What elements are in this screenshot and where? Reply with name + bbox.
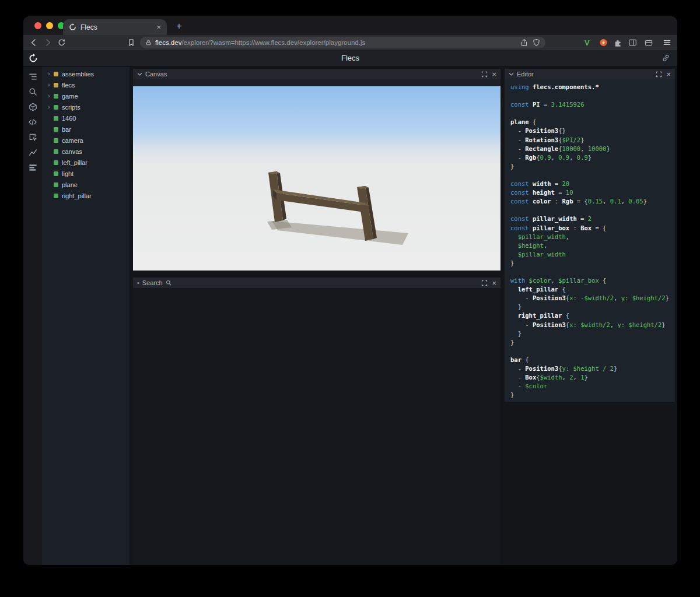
tree-item-right_pillar[interactable]: right_pillar <box>42 190 130 201</box>
editor-panel-header[interactable]: Editor × <box>505 69 675 79</box>
expand-icon <box>481 71 488 78</box>
wallet-icon <box>644 38 653 47</box>
url-text: flecs.dev/explorer/?wasm=https://www.fle… <box>155 39 520 46</box>
code-line: const PI = 3.1415926 <box>510 100 675 109</box>
entity-color-swatch <box>54 116 58 121</box>
browser-tab[interactable]: Flecs × <box>63 19 167 35</box>
wallet-button[interactable] <box>644 38 653 47</box>
tab-title: Flecs <box>80 23 156 31</box>
entity-color-swatch <box>54 72 58 76</box>
tree-item-label: assemblies <box>62 71 94 78</box>
code-line: } <box>510 329 675 338</box>
chevron-right-icon[interactable]: › <box>48 104 54 110</box>
search-panel-title: Search <box>142 279 163 286</box>
tab-strip: Flecs × + <box>23 16 677 35</box>
orange-extension-icon <box>599 38 608 47</box>
code-line: $height, <box>510 241 675 250</box>
sidebar-button[interactable] <box>628 38 637 47</box>
tree-view-icon <box>29 72 37 81</box>
code-editor[interactable]: using flecs.components.* const PI = 3.14… <box>505 79 675 402</box>
close-window-button[interactable] <box>34 22 41 29</box>
editor-panel-title: Editor <box>517 71 534 78</box>
url-bar[interactable]: flecs.dev/explorer/?wasm=https://www.fle… <box>140 37 545 48</box>
query-search-button[interactable] <box>28 87 37 96</box>
code-line: with $color, $pillar_box { <box>510 276 675 285</box>
editor-close-button[interactable]: × <box>666 71 671 78</box>
entity-color-swatch <box>54 171 58 176</box>
tree-item-1460[interactable]: 1460 <box>42 113 130 124</box>
puzzle-icon <box>614 38 622 47</box>
v-extension-button[interactable]: V <box>584 38 590 47</box>
code-line: } <box>510 338 675 347</box>
charts-button[interactable] <box>28 148 37 157</box>
app-main: ›assemblies›flecs›game›scripts1460barcam… <box>23 67 677 565</box>
tree-item-plane[interactable]: plane <box>42 179 130 190</box>
code-line: - Box{$width, 2, 1} <box>510 373 675 382</box>
entity-color-swatch <box>54 138 58 143</box>
code-line <box>510 268 675 276</box>
share-link-icon[interactable] <box>662 54 670 62</box>
extensions-button[interactable] <box>614 38 622 47</box>
entities-button[interactable] <box>28 102 37 111</box>
bookmark-button[interactable] <box>127 38 135 47</box>
bookmark-icon <box>127 38 135 47</box>
code-line: $pillar_width <box>510 250 675 259</box>
code-line: using flecs.components.* <box>510 83 675 92</box>
tree-item-game[interactable]: ›game <box>42 90 130 101</box>
search-close-button[interactable]: × <box>492 279 496 287</box>
collapsed-dot-icon[interactable]: • <box>137 279 139 286</box>
search-expand-button[interactable] <box>481 280 488 286</box>
entity-color-swatch <box>54 149 58 154</box>
brave-shield-icon[interactable] <box>533 38 540 47</box>
back-button[interactable] <box>29 38 38 47</box>
menu-button[interactable] <box>663 38 671 47</box>
reload-button[interactable] <box>57 38 66 47</box>
orange-extension-button[interactable] <box>599 38 608 47</box>
share-icon[interactable] <box>520 38 528 47</box>
inspector-button[interactable] <box>28 132 37 142</box>
stats-bars-icon <box>29 163 37 172</box>
tree-item-light[interactable]: light <box>42 168 130 179</box>
code-line: const width = 20 <box>510 180 675 188</box>
tree-item-canvas[interactable]: canvas <box>42 146 130 157</box>
tree-item-flecs[interactable]: ›flecs <box>42 79 130 90</box>
minimize-window-button[interactable] <box>46 22 53 29</box>
entity-color-swatch <box>54 182 58 187</box>
url-domain: flecs.dev <box>155 39 181 46</box>
canvas-panel-header[interactable]: Canvas × <box>133 69 501 79</box>
chevron-down-icon[interactable] <box>137 72 142 77</box>
stats-button[interactable] <box>28 163 37 172</box>
code-line: } <box>510 303 675 311</box>
scripts-button[interactable] <box>28 117 37 127</box>
forward-button[interactable] <box>43 38 52 47</box>
chevron-down-icon[interactable] <box>509 72 514 77</box>
search-panel-header[interactable]: • Search × <box>133 278 501 288</box>
chevron-right-icon[interactable]: › <box>48 82 54 88</box>
canvas-expand-button[interactable] <box>481 71 488 78</box>
tree-item-label: plane <box>62 181 78 188</box>
tree-item-left_pillar[interactable]: left_pillar <box>42 157 130 168</box>
entity-color-swatch <box>54 105 58 110</box>
code-line: const pillar_width = 2 <box>510 215 675 223</box>
code-line: - Rotation3{$PI/2} <box>510 136 675 145</box>
editor-expand-button[interactable] <box>656 71 662 78</box>
chevron-right-icon[interactable]: › <box>48 93 54 99</box>
tree-view-button[interactable] <box>28 72 37 81</box>
code-line <box>510 347 675 356</box>
chevron-right-icon[interactable]: › <box>48 71 54 77</box>
code-line: $pillar_width, <box>510 233 675 241</box>
tree-item-scripts[interactable]: ›scripts <box>42 101 130 113</box>
tree-item-bar[interactable]: bar <box>42 124 130 135</box>
tab-close-icon[interactable]: × <box>156 23 161 31</box>
canvas-close-button[interactable]: × <box>492 71 496 78</box>
canvas-3d-viewport[interactable] <box>133 86 501 271</box>
code-line: - Rectangle{10000, 10000} <box>510 145 675 153</box>
tree-item-assemblies[interactable]: ›assemblies <box>42 68 130 79</box>
browser-window: Flecs × + <box>23 16 677 565</box>
tree-item-camera[interactable]: camera <box>42 135 130 146</box>
code-line: - Position3{x: -$width/2, y: $height/2} <box>510 294 675 303</box>
canvas-panel-title: Canvas <box>145 71 167 78</box>
new-tab-button[interactable]: + <box>173 20 186 33</box>
code-line: - $color <box>510 382 675 391</box>
entity-color-swatch <box>54 94 58 99</box>
